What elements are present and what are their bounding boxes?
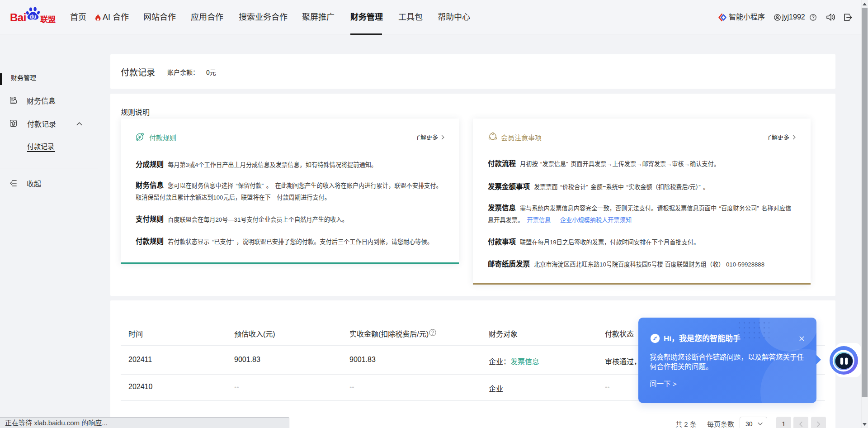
svg-text:du: du — [29, 14, 36, 20]
